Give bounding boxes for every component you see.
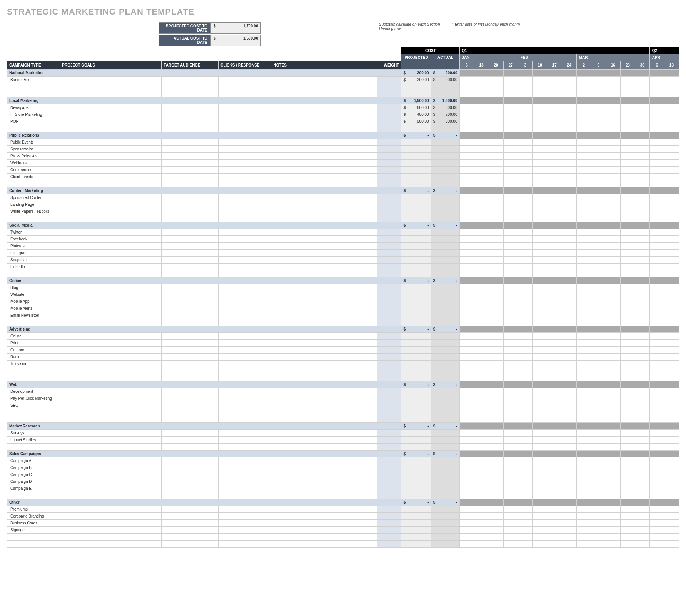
calendar-cell[interactable]: [532, 374, 547, 381]
calendar-cell[interactable]: [562, 236, 576, 243]
calendar-cell[interactable]: [562, 464, 576, 471]
calendar-cell[interactable]: [518, 284, 532, 291]
calendar-cell[interactable]: [503, 118, 518, 125]
calendar-cell[interactable]: [518, 319, 532, 326]
calendar-cell[interactable]: [503, 416, 518, 423]
calendar-cell[interactable]: [606, 174, 620, 180]
calendar-cell[interactable]: [664, 77, 679, 83]
calendar-cell[interactable]: [459, 478, 474, 485]
calendar-cell[interactable]: [459, 513, 474, 520]
calendar-cell[interactable]: [474, 478, 489, 485]
calendar-cell[interactable]: [591, 298, 606, 305]
calendar-cell[interactable]: [459, 354, 474, 361]
calendar-cell[interactable]: [503, 90, 518, 97]
calendar-cell[interactable]: [664, 388, 679, 395]
calendar-cell[interactable]: [518, 174, 532, 180]
calendar-cell[interactable]: [547, 457, 562, 464]
calendar-cell[interactable]: [591, 270, 606, 277]
calendar-cell[interactable]: [547, 146, 562, 153]
calendar-cell[interactable]: [474, 485, 489, 492]
calendar-cell[interactable]: [606, 513, 620, 520]
calendar-cell[interactable]: [489, 305, 503, 312]
calendar-cell[interactable]: [620, 298, 635, 305]
calendar-cell[interactable]: [532, 388, 547, 395]
calendar-cell[interactable]: [489, 333, 503, 340]
calendar-cell[interactable]: [591, 506, 606, 513]
calendar-cell[interactable]: [635, 201, 649, 208]
calendar-cell[interactable]: [503, 541, 518, 548]
data-row[interactable]: Pinterest: [7, 243, 679, 250]
calendar-cell[interactable]: [664, 361, 679, 367]
data-row[interactable]: [7, 270, 679, 277]
calendar-cell[interactable]: [606, 402, 620, 409]
calendar-cell[interactable]: [532, 395, 547, 402]
calendar-cell[interactable]: [518, 305, 532, 312]
calendar-cell[interactable]: [576, 139, 591, 146]
calendar-cell[interactable]: [518, 104, 532, 111]
calendar-cell[interactable]: [562, 146, 576, 153]
calendar-cell[interactable]: [606, 478, 620, 485]
calendar-cell[interactable]: [635, 77, 649, 83]
calendar-cell[interactable]: [591, 229, 606, 236]
calendar-cell[interactable]: [547, 409, 562, 416]
calendar-cell[interactable]: [591, 388, 606, 395]
calendar-cell[interactable]: [620, 534, 635, 541]
calendar-cell[interactable]: [474, 506, 489, 513]
calendar-cell[interactable]: [664, 118, 679, 125]
calendar-cell[interactable]: [459, 437, 474, 444]
calendar-cell[interactable]: [562, 492, 576, 499]
calendar-cell[interactable]: [532, 111, 547, 118]
calendar-cell[interactable]: [489, 444, 503, 451]
data-row[interactable]: [7, 90, 679, 97]
data-row[interactable]: [7, 409, 679, 416]
calendar-cell[interactable]: [547, 354, 562, 361]
calendar-cell[interactable]: [532, 104, 547, 111]
calendar-cell[interactable]: [576, 236, 591, 243]
calendar-cell[interactable]: [532, 361, 547, 367]
calendar-cell[interactable]: [620, 264, 635, 270]
calendar-cell[interactable]: [591, 174, 606, 180]
calendar-cell[interactable]: [474, 284, 489, 291]
calendar-cell[interactable]: [532, 513, 547, 520]
calendar-cell[interactable]: [547, 284, 562, 291]
calendar-cell[interactable]: [649, 77, 664, 83]
calendar-cell[interactable]: [532, 291, 547, 298]
calendar-cell[interactable]: [459, 506, 474, 513]
calendar-cell[interactable]: [489, 208, 503, 215]
calendar-cell[interactable]: [562, 485, 576, 492]
calendar-cell[interactable]: [459, 534, 474, 541]
calendar-cell[interactable]: [606, 146, 620, 153]
calendar-cell[interactable]: [474, 298, 489, 305]
calendar-cell[interactable]: [489, 90, 503, 97]
calendar-cell[interactable]: [576, 471, 591, 478]
calendar-cell[interactable]: [532, 229, 547, 236]
calendar-cell[interactable]: [518, 347, 532, 354]
calendar-cell[interactable]: [503, 492, 518, 499]
calendar-cell[interactable]: [591, 471, 606, 478]
calendar-cell[interactable]: [547, 264, 562, 270]
calendar-cell[interactable]: [606, 139, 620, 146]
calendar-cell[interactable]: [591, 492, 606, 499]
calendar-cell[interactable]: [459, 416, 474, 423]
calendar-cell[interactable]: [459, 541, 474, 548]
calendar-cell[interactable]: [606, 437, 620, 444]
calendar-cell[interactable]: [518, 513, 532, 520]
calendar-cell[interactable]: [562, 478, 576, 485]
calendar-cell[interactable]: [562, 513, 576, 520]
calendar-cell[interactable]: [562, 180, 576, 187]
calendar-cell[interactable]: [620, 104, 635, 111]
calendar-cell[interactable]: [518, 457, 532, 464]
calendar-cell[interactable]: [532, 478, 547, 485]
calendar-cell[interactable]: [649, 534, 664, 541]
calendar-cell[interactable]: [606, 534, 620, 541]
calendar-cell[interactable]: [489, 83, 503, 90]
calendar-cell[interactable]: [576, 430, 591, 437]
calendar-cell[interactable]: [532, 174, 547, 180]
calendar-cell[interactable]: [518, 139, 532, 146]
calendar-cell[interactable]: [620, 347, 635, 354]
calendar-cell[interactable]: [547, 90, 562, 97]
calendar-cell[interactable]: [606, 298, 620, 305]
calendar-cell[interactable]: [591, 541, 606, 548]
calendar-cell[interactable]: [635, 104, 649, 111]
calendar-cell[interactable]: [474, 416, 489, 423]
